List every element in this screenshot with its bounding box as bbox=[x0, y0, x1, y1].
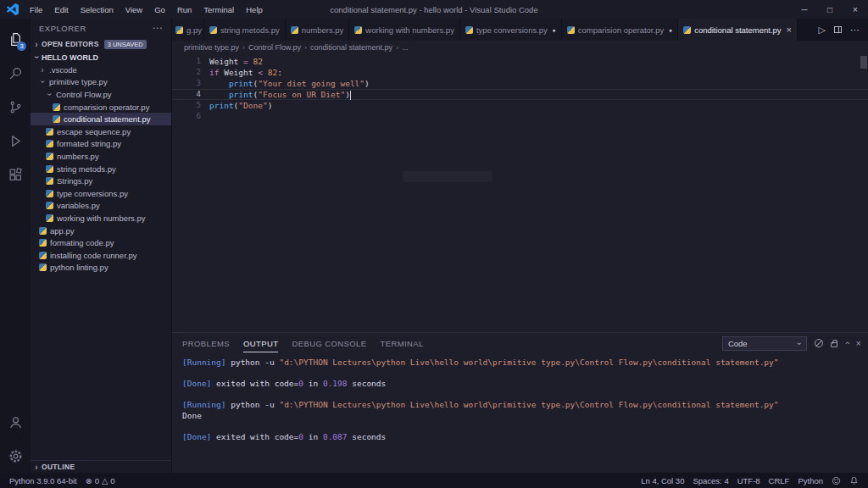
code-line-text: print("Focus on UR Diet") bbox=[209, 89, 351, 100]
code-line-5[interactable]: 5print("Done") bbox=[172, 100, 868, 111]
line-number: 3 bbox=[172, 78, 201, 89]
tree-item-label: working with numbers.py bbox=[57, 214, 146, 223]
run-debug-icon[interactable] bbox=[0, 124, 31, 158]
encoding-status[interactable]: UTF-8 bbox=[733, 476, 765, 485]
feedback-smiley-icon[interactable] bbox=[827, 476, 845, 485]
explorer-icon[interactable]: 3 bbox=[0, 22, 31, 56]
tab-conditional-statement-py[interactable]: conditional statement.py× bbox=[678, 19, 798, 41]
tree-item-comparision-operator-py[interactable]: comparision operator.py bbox=[31, 101, 171, 114]
close-window-button[interactable]: × bbox=[843, 0, 868, 19]
python-file-icon bbox=[46, 165, 53, 173]
tree-item-python-linting-py[interactable]: python linting.py bbox=[31, 262, 171, 274]
menu-run[interactable]: Run bbox=[171, 5, 198, 14]
code-line-3[interactable]: 3 print("Your diet going well") bbox=[172, 78, 868, 89]
tree-item-conditional-statement-py[interactable]: conditional statement.py bbox=[31, 113, 171, 125]
cursor-position-status[interactable]: Ln 4, Col 30 bbox=[637, 476, 688, 485]
run-python-file-icon[interactable]: ▷ bbox=[819, 25, 826, 36]
maximize-panel-icon[interactable]: › bbox=[842, 341, 852, 345]
tree-item-primitive-type-py[interactable]: ›primitive type.py bbox=[31, 76, 171, 89]
python-file-icon bbox=[39, 252, 47, 259]
tab-g-py[interactable]: g.py bbox=[172, 19, 204, 41]
tab-problems[interactable]: PROBLEMS bbox=[182, 335, 230, 352]
tree-item-variables-py[interactable]: variables.py bbox=[31, 200, 171, 213]
tab-type-conversions-py[interactable]: type conversions.py● bbox=[460, 19, 562, 41]
tree-item-strings-py[interactable]: Strings.py bbox=[31, 175, 171, 187]
close-tab-icon[interactable]: × bbox=[787, 25, 792, 35]
tree-item-string-metods-py[interactable]: string metods.py bbox=[31, 163, 171, 175]
tab-label: g.py bbox=[186, 25, 202, 35]
code-line-text: print("Done") bbox=[209, 100, 272, 111]
scroll-lock-icon[interactable] bbox=[831, 342, 837, 347]
more-actions-icon[interactable]: ⋯ bbox=[850, 25, 860, 36]
breadcrumb-item[interactable]: conditional statement.py bbox=[310, 43, 392, 52]
search-icon[interactable] bbox=[0, 56, 31, 90]
maximize-button[interactable]: □ bbox=[817, 0, 843, 19]
breadcrumb-item[interactable]: Control Flow.py bbox=[248, 43, 301, 52]
menu-edit[interactable]: Edit bbox=[48, 5, 74, 14]
tab-label: comparision operator.py bbox=[578, 25, 664, 35]
code-line-6[interactable]: 6 bbox=[172, 111, 868, 122]
language-mode-status[interactable]: Python bbox=[793, 476, 827, 485]
tree-item-working-with-numbers-py[interactable]: working with numbers.py bbox=[31, 212, 171, 225]
tree-item-escape-sequence-py[interactable]: escape sequence.py bbox=[31, 125, 171, 138]
tree-item-type-conversions-py[interactable]: type conversions.py bbox=[31, 187, 171, 200]
source-control-icon[interactable] bbox=[0, 90, 31, 124]
output-channel-select[interactable]: Code › bbox=[722, 336, 807, 351]
split-editor-icon[interactable] bbox=[834, 26, 842, 33]
workspace-root-folder[interactable]: › HELLO WORLD bbox=[31, 51, 171, 64]
menu-file[interactable]: File bbox=[24, 5, 48, 14]
tab-working-with-numbers-py[interactable]: working with numbers.py bbox=[349, 19, 460, 41]
problems-status[interactable]: ⊗ 0 △ 0 bbox=[81, 476, 120, 485]
tree-item-label: numbers.py bbox=[57, 152, 99, 161]
tree-item-installing-code-runner-py[interactable]: installing code runner.py bbox=[31, 249, 171, 262]
breadcrumb-separator-icon: › bbox=[242, 43, 245, 52]
tab-output[interactable]: OUTPUT bbox=[243, 335, 278, 352]
tab-string-metods-py[interactable]: string metods.py bbox=[204, 19, 286, 41]
tab-label: conditional statement.py bbox=[694, 25, 781, 35]
menu-help[interactable]: Help bbox=[240, 5, 269, 14]
output-console[interactable]: [Running] python -u "d:\PYTHON Lectures\… bbox=[172, 353, 868, 473]
eol-status[interactable]: CRLF bbox=[765, 476, 794, 485]
code-line-1[interactable]: 1Weight = 82 bbox=[172, 56, 868, 67]
open-editors-section[interactable]: › OPEN EDITORS 3 UNSAVED bbox=[31, 37, 171, 51]
tree-item-formating-code-py[interactable]: formating code.py bbox=[31, 236, 171, 249]
tab-debug-console[interactable]: DEBUG CONSOLE bbox=[292, 335, 366, 352]
breadcrumb-item[interactable]: ... bbox=[402, 43, 409, 52]
notifications-bell-icon[interactable] bbox=[845, 476, 863, 485]
tab-comparision-operator-py[interactable]: comparision operator.py● bbox=[562, 19, 678, 41]
menu-go[interactable]: Go bbox=[148, 5, 171, 14]
tab-numbers-py[interactable]: numbers.py bbox=[286, 19, 350, 41]
code-line-4[interactable]: 4 print("Focus on UR Diet") bbox=[172, 89, 868, 100]
sidebar-title: EXPLORER ⋯ bbox=[31, 19, 171, 37]
menu-view[interactable]: View bbox=[120, 5, 148, 14]
tree-item-control-flow-py[interactable]: ›Control Flow.py bbox=[31, 88, 171, 101]
extensions-icon[interactable] bbox=[0, 158, 31, 191]
python-file-icon bbox=[46, 214, 53, 222]
clear-output-icon[interactable] bbox=[815, 339, 823, 347]
line-number: 1 bbox=[172, 56, 201, 67]
settings-gear-icon[interactable] bbox=[0, 439, 31, 473]
minimize-button[interactable]: ─ bbox=[792, 0, 817, 19]
editor-scrollbar[interactable] bbox=[860, 56, 867, 69]
breadcrumb-item[interactable]: primitive type.py bbox=[184, 43, 239, 52]
close-panel-icon[interactable]: × bbox=[856, 338, 861, 348]
tree-item-formated-string-py[interactable]: formated string.py bbox=[31, 138, 171, 151]
python-file-icon bbox=[39, 239, 47, 247]
tab-terminal[interactable]: TERMINAL bbox=[381, 335, 424, 352]
code-editor[interactable]: 1Weight = 822if Weight < 82:3 print("You… bbox=[172, 54, 868, 332]
tree-item-numbers-py[interactable]: numbers.py bbox=[31, 150, 171, 163]
account-icon[interactable] bbox=[0, 405, 31, 439]
python-interpreter-status[interactable]: Python 3.9.0 64-bit bbox=[5, 476, 81, 485]
tree-item-app-py[interactable]: app.py bbox=[31, 225, 171, 237]
code-line-2[interactable]: 2if Weight < 82: bbox=[172, 67, 868, 78]
indentation-status[interactable]: Spaces: 4 bbox=[688, 476, 732, 485]
menu-terminal[interactable]: Terminal bbox=[198, 5, 240, 14]
menu-selection[interactable]: Selection bbox=[75, 5, 120, 14]
explorer-more-actions-icon[interactable]: ⋯ bbox=[153, 22, 164, 34]
tree-item-vscode[interactable]: ›.vscode bbox=[31, 64, 171, 76]
outline-section[interactable]: › OUTLINE bbox=[31, 460, 171, 473]
tree-item-label: app.py bbox=[50, 226, 75, 236]
title-bar: FileEditSelectionViewGoRunTerminalHelp c… bbox=[0, 0, 868, 19]
tree-item-label: formated string.py bbox=[57, 139, 121, 148]
editor-watermark bbox=[403, 171, 492, 182]
